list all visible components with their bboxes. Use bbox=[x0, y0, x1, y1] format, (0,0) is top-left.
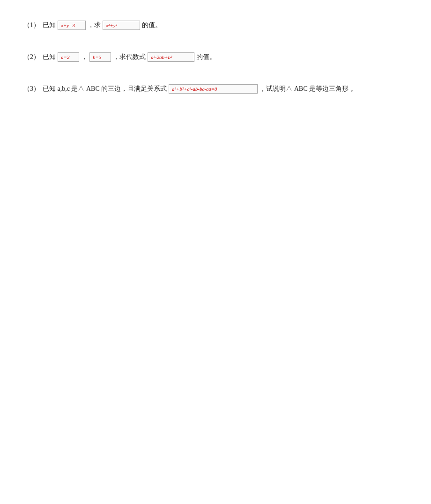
svg-text:a²-2ab+b²: a²-2ab+b² bbox=[151, 54, 172, 60]
problem-3-formula-1: a²+b²+c²-ab-bc-ca=0 bbox=[169, 84, 258, 94]
problem-2-line: （2） 已知 a=2 ， b=3 ，求代数式 a²-2ab+b² 的值。 bbox=[23, 51, 408, 64]
problem-3-prefix: 已知 a,b,c 是△ ABC 的三边，且满足关系式 bbox=[43, 82, 167, 95]
svg-text:x²+y²: x²+y² bbox=[105, 22, 117, 28]
problem-1-suffix: 的值。 bbox=[142, 19, 162, 32]
problem-3-line: （3） 已知 a,b,c 是△ ABC 的三边，且满足关系式 a²+b²+c²-… bbox=[23, 82, 408, 95]
problem-3-number: （3） bbox=[23, 82, 40, 95]
problem-1-connector: ，求 bbox=[88, 19, 101, 32]
problem-2-suffix: 的值。 bbox=[196, 51, 216, 64]
svg-text:b=3: b=3 bbox=[93, 54, 102, 60]
problem-1: （1） 已知 x+y=3 ，求 x²+y² 的值。 bbox=[23, 19, 408, 32]
problem-1-prefix: 已知 bbox=[43, 19, 56, 32]
problem-1-formula-2: x²+y² bbox=[103, 21, 140, 30]
problem-1-line: （1） 已知 x+y=3 ，求 x²+y² 的值。 bbox=[23, 19, 408, 32]
problem-2: （2） 已知 a=2 ， b=3 ，求代数式 a²-2ab+b² 的值。 bbox=[23, 51, 408, 64]
problem-2-connector2: ，求代数式 bbox=[113, 51, 146, 64]
problem-2-connector1: ， bbox=[81, 51, 88, 64]
problem-2-formula-2: b=3 bbox=[89, 52, 111, 62]
svg-text:x+y=3: x+y=3 bbox=[60, 22, 75, 28]
problem-2-number: （2） bbox=[23, 51, 40, 64]
svg-text:a²+b²+c²-ab-bc-ca=0: a²+b²+c²-ab-bc-ca=0 bbox=[172, 86, 217, 92]
svg-text:a=2: a=2 bbox=[61, 54, 70, 60]
problem-3-suffix: ，试说明△ ABC 是等边三角形 。 bbox=[260, 82, 357, 95]
problem-3: （3） 已知 a,b,c 是△ ABC 的三边，且满足关系式 a²+b²+c²-… bbox=[23, 82, 408, 95]
problem-1-formula-1: x+y=3 bbox=[58, 21, 86, 30]
problem-2-formula-3: a²-2ab+b² bbox=[148, 52, 194, 62]
problem-1-number: （1） bbox=[23, 19, 40, 32]
problem-2-prefix: 已知 bbox=[43, 51, 56, 64]
problem-2-formula-1: a=2 bbox=[58, 52, 79, 62]
